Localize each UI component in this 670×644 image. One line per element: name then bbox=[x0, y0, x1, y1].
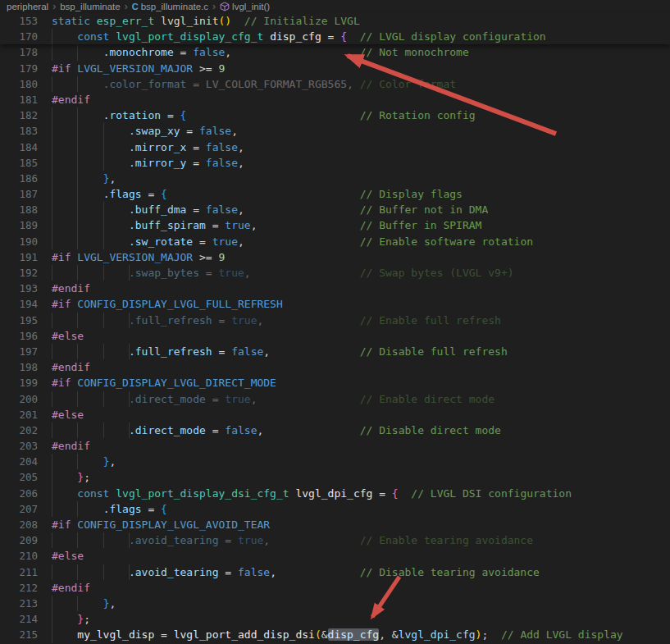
line-number[interactable]: 215 bbox=[0, 627, 38, 642]
line-number[interactable]: 190 bbox=[0, 234, 38, 249]
code-line[interactable]: 178 .monochrome = false, // Not monochro… bbox=[0, 44, 670, 60]
line-number[interactable]: 178 bbox=[0, 44, 38, 60]
line-number[interactable]: 205 bbox=[0, 469, 38, 485]
code-line[interactable]: 196#else bbox=[0, 328, 670, 344]
breadcrumb-item-bsp-illuminate[interactable]: bsp_illuminate bbox=[60, 2, 121, 11]
code-line[interactable]: 195 .full_refresh = true, // Enable full… bbox=[0, 313, 670, 328]
code-line[interactable]: 188 .buff_dma = false, // Buffer not in … bbox=[0, 202, 670, 217]
indent-guide bbox=[129, 564, 130, 580]
code-line[interactable]: 206 const lvgl_port_display_dsi_cfg_t lv… bbox=[0, 486, 670, 501]
line-number[interactable]: 187 bbox=[0, 186, 38, 202]
code-line[interactable]: 191#if LVGL_VERSION_MAJOR >= 9 bbox=[0, 249, 670, 265]
line-number[interactable]: 196 bbox=[0, 328, 38, 344]
indent-guide bbox=[52, 564, 52, 580]
line-number[interactable]: 202 bbox=[0, 422, 38, 438]
code-line[interactable]: 203#endif bbox=[0, 438, 670, 454]
code-line[interactable]: 204 }, bbox=[0, 454, 670, 469]
code-token bbox=[186, 109, 359, 121]
code-line[interactable]: 183 .swap_xy = false, bbox=[0, 123, 670, 139]
code-line[interactable]: 199#if CONFIG_DISPLAY_LVGL_DIRECT_MODE bbox=[0, 375, 670, 391]
code-token: #endif bbox=[52, 361, 90, 373]
line-number[interactable]: 209 bbox=[0, 532, 38, 548]
code-token bbox=[154, 15, 161, 27]
line-number[interactable]: 180 bbox=[0, 76, 38, 92]
code-line[interactable]: 202 .direct_mode = false, // Disable dir… bbox=[0, 422, 670, 438]
line-number[interactable]: 182 bbox=[0, 107, 38, 123]
indent-guide bbox=[103, 564, 104, 580]
line-number[interactable]: 195 bbox=[0, 313, 38, 328]
line-number[interactable]: 198 bbox=[0, 359, 38, 375]
code-line[interactable]: 214 }; bbox=[0, 611, 670, 627]
breadcrumb-item-bsp-illuminate-c[interactable]: Cbsp_illuminate.c bbox=[132, 2, 208, 11]
line-number[interactable]: 153 bbox=[0, 13, 38, 29]
line-number[interactable]: 204 bbox=[0, 454, 38, 469]
code-line[interactable]: 180 .color_format = LV_COLOR_FORMAT_RGB5… bbox=[0, 76, 670, 92]
code-line[interactable]: 190 .sw_rotate = true, // Enable softwar… bbox=[0, 234, 670, 249]
line-number[interactable]: 212 bbox=[0, 580, 38, 596]
code-line[interactable]: 179#if LVGL_VERSION_MAJOR >= 9 bbox=[0, 61, 670, 76]
code-line[interactable]: 198#endif bbox=[0, 359, 670, 375]
line-number[interactable]: 179 bbox=[0, 61, 38, 76]
code-line[interactable]: 170 const lvgl_port_display_cfg_t disp_c… bbox=[0, 29, 670, 44]
code-token: , bbox=[109, 172, 116, 185]
line-number[interactable]: 207 bbox=[0, 501, 38, 517]
line-content: .flags = { bbox=[52, 501, 670, 517]
line-content: const lvgl_port_display_cfg_t disp_cfg =… bbox=[52, 29, 670, 44]
code-line[interactable]: 194#if CONFIG_DISPLAY_LVGL_FULL_REFRESH bbox=[0, 296, 670, 312]
code-line[interactable]: 201#else bbox=[0, 407, 670, 422]
code-line[interactable]: 207 .flags = { bbox=[0, 501, 670, 517]
code-line[interactable]: 193#endif bbox=[0, 281, 670, 296]
code-line[interactable]: 182 .rotation = { // Rotation config bbox=[0, 107, 670, 123]
line-number[interactable]: 185 bbox=[0, 155, 38, 171]
code-line[interactable]: 212#endif bbox=[0, 580, 670, 596]
code-line[interactable]: 181#endif bbox=[0, 92, 670, 107]
code-line[interactable]: 189 .buff_spiram = true, // Buffer in SP… bbox=[0, 217, 670, 233]
line-number[interactable]: 200 bbox=[0, 391, 38, 407]
line-number[interactable]: 206 bbox=[0, 486, 38, 501]
line-number[interactable]: 211 bbox=[0, 564, 38, 580]
line-number[interactable]: 208 bbox=[0, 517, 38, 532]
line-number[interactable]: 192 bbox=[0, 265, 38, 281]
code-token: .avoid_tearing bbox=[129, 566, 219, 578]
code-line[interactable]: 210#else bbox=[0, 548, 670, 564]
code-line[interactable]: 185 .mirror_y = false, bbox=[0, 155, 670, 171]
line-number[interactable]: 213 bbox=[0, 596, 38, 611]
code-line[interactable]: 215 my_lvgl_disp = lvgl_port_add_disp_ds… bbox=[0, 627, 670, 642]
code-line[interactable]: 213 }, bbox=[0, 596, 670, 611]
breadcrumb-item-lvgl-init-[interactable]: lvgl_init() bbox=[220, 2, 270, 11]
line-number[interactable]: 183 bbox=[0, 123, 38, 139]
line-number[interactable]: 214 bbox=[0, 611, 38, 627]
code-line[interactable]: 205 }; bbox=[0, 469, 670, 485]
line-number[interactable]: 186 bbox=[0, 171, 38, 186]
line-number[interactable]: 181 bbox=[0, 92, 38, 107]
code-line[interactable]: 197 .full_refresh = false, // Disable fu… bbox=[0, 344, 670, 359]
code-token: , bbox=[270, 566, 360, 578]
code-line[interactable]: 184 .mirror_x = false, bbox=[0, 139, 670, 155]
line-number[interactable]: 170 bbox=[0, 29, 38, 44]
code-area[interactable]: 178 .monochrome = false, // Not monochro… bbox=[0, 44, 670, 642]
line-number[interactable]: 199 bbox=[0, 375, 38, 391]
line-number[interactable]: 188 bbox=[0, 202, 38, 217]
line-number[interactable]: 189 bbox=[0, 217, 38, 233]
code-token: = bbox=[372, 487, 391, 500]
code-line[interactable]: 187 .flags = { // Display flags bbox=[0, 186, 670, 202]
code-line[interactable]: 153static esp_err_t lvgl_init() // Initi… bbox=[0, 13, 670, 29]
code-line[interactable]: 211 .avoid_tearing = false, // Disable t… bbox=[0, 564, 670, 580]
line-number[interactable]: 194 bbox=[0, 296, 38, 312]
code-line[interactable]: 186 }, bbox=[0, 171, 670, 186]
breadcrumb-item-peripheral[interactable]: peripheral bbox=[7, 2, 48, 11]
line-content: #if CONFIG_DISPLAY_LVGL_FULL_REFRESH bbox=[52, 296, 670, 312]
code-line[interactable]: 209 .avoid_tearing = true, // Enable tea… bbox=[0, 532, 670, 548]
indent-guide bbox=[77, 234, 78, 249]
code-line[interactable]: 192 .swap_bytes = true, // Swap bytes (L… bbox=[0, 265, 670, 281]
line-number[interactable]: 203 bbox=[0, 438, 38, 454]
code-line[interactable]: 208#if CONFIG_DISPLAY_LVGL_AVOID_TEAR bbox=[0, 517, 670, 532]
line-number[interactable]: 197 bbox=[0, 344, 38, 359]
code-line[interactable]: 200 .direct_mode = true, // Enable direc… bbox=[0, 391, 670, 407]
line-number[interactable]: 201 bbox=[0, 407, 38, 422]
line-number[interactable]: 184 bbox=[0, 139, 38, 155]
code-token: #else bbox=[52, 330, 84, 342]
line-number[interactable]: 210 bbox=[0, 548, 38, 564]
line-number[interactable]: 193 bbox=[0, 281, 38, 296]
line-number[interactable]: 191 bbox=[0, 249, 38, 265]
